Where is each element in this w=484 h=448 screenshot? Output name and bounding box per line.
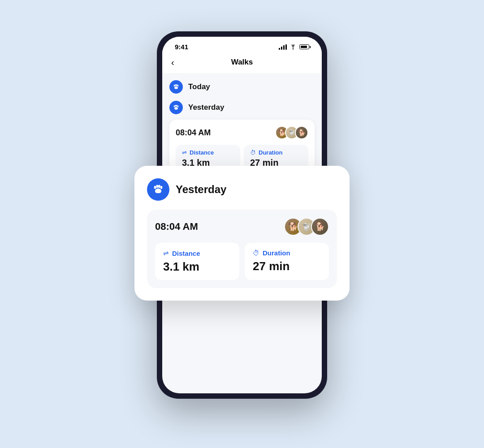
status-time: 9:41	[175, 43, 188, 51]
dog-avatars: 🐕 🐩 🐕	[275, 126, 308, 139]
today-section-header: Today	[169, 80, 315, 94]
popup-distance-value: 3.1 km	[163, 260, 199, 273]
duration-label: Duration	[259, 149, 282, 156]
svg-point-4	[176, 84, 177, 86]
today-section: Today	[169, 80, 315, 94]
signal-icon	[279, 44, 287, 50]
today-label: Today	[188, 82, 210, 91]
popup-walk-card[interactable]: 08:04 AM 🐕 🐩 🐕 ⇌ Distance 3.1 km	[147, 210, 337, 288]
page-title: Walks	[231, 58, 253, 67]
popup-section-label: Yesterday	[176, 183, 226, 196]
scene: 9:41	[63, 31, 421, 417]
clock-icon: ⏱	[250, 149, 256, 156]
popup-section-header: Yesterday	[147, 178, 337, 201]
svg-point-13	[154, 186, 156, 189]
nav-header: ‹ Walks	[162, 54, 322, 73]
walk-time: 08:04 AM	[176, 128, 211, 138]
svg-point-14	[160, 186, 163, 189]
yesterday-phone-paw-icon	[169, 101, 183, 114]
popup-distance-stat-card: ⇌ Distance 3.1 km	[155, 243, 239, 280]
svg-point-1	[174, 85, 175, 86]
walk-card-header: 08:04 AM 🐕 🐩 🐕	[176, 126, 308, 139]
popup-duration-label-row: ⏱ Duration	[253, 249, 321, 257]
popup-clock-icon: ⏱	[253, 249, 259, 257]
popup-duration-label: Duration	[263, 249, 290, 257]
popup-dog-avatars: 🐕 🐩 🐕	[284, 218, 329, 236]
popup-distance-icon: ⇌	[163, 249, 169, 257]
popup-duration-value: 27 min	[253, 259, 290, 273]
popup-dog-avatar-3: 🐕	[311, 218, 329, 236]
svg-point-5	[174, 105, 175, 107]
popup-distance-label: Distance	[172, 250, 200, 257]
dog-avatar-3: 🐕	[295, 126, 308, 139]
status-icons	[279, 44, 309, 50]
svg-point-8	[176, 105, 177, 107]
distance-label: Distance	[190, 149, 214, 156]
distance-label-row: ⇌ Distance	[182, 149, 234, 156]
distance-icon: ⇌	[182, 149, 187, 156]
battery-icon	[299, 44, 309, 49]
popup-walk-card-header: 08:04 AM 🐕 🐩 🐕	[155, 218, 329, 236]
popup-duration-stat-card: ⏱ Duration 27 min	[245, 243, 329, 280]
svg-point-3	[175, 84, 176, 86]
yesterday-phone-label: Yesterday	[188, 103, 224, 112]
svg-point-15	[156, 185, 158, 188]
svg-point-7	[175, 105, 176, 107]
popup-paw-icon	[147, 178, 169, 201]
svg-point-16	[158, 185, 160, 188]
popup-card: Yesterday 08:04 AM 🐕 🐩 🐕 ⇌ Distance 3.1 …	[134, 166, 350, 301]
duration-label-row: ⏱ Duration	[250, 149, 302, 156]
today-paw-icon	[169, 80, 183, 94]
popup-walk-time: 08:04 AM	[155, 221, 198, 233]
popup-distance-label-row: ⇌ Distance	[163, 249, 231, 257]
yesterday-phone-section-header: Yesterday	[169, 101, 315, 114]
svg-point-6	[177, 105, 179, 107]
svg-point-2	[177, 85, 179, 86]
back-button[interactable]: ‹	[171, 57, 174, 68]
status-bar: 9:41	[162, 37, 322, 54]
popup-stats-grid: ⇌ Distance 3.1 km ⏱ Duration 27 min	[155, 243, 329, 280]
svg-point-0	[293, 49, 294, 50]
wifi-icon	[290, 44, 297, 50]
